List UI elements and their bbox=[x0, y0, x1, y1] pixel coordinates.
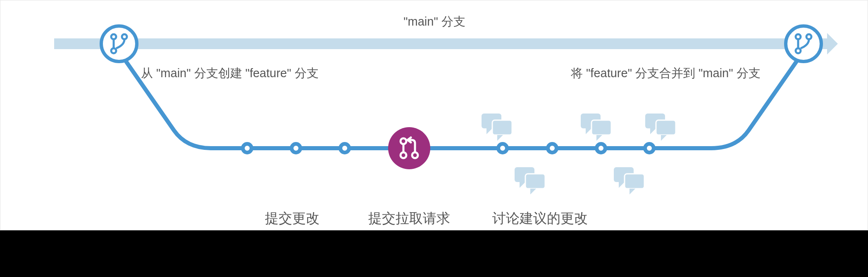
commit-changes-label: 提交更改 bbox=[265, 209, 320, 228]
comment-bubbles-icon bbox=[513, 166, 547, 194]
submit-pr-label: 提交拉取请求 bbox=[368, 209, 450, 228]
comment-bubbles-icon bbox=[612, 166, 646, 194]
svg-rect-18 bbox=[625, 174, 644, 189]
comment-bubbles-icon bbox=[579, 112, 613, 141]
commit-dot bbox=[241, 142, 253, 154]
commit-dot bbox=[496, 142, 509, 154]
branch-merge-icon bbox=[784, 24, 823, 63]
gitflow-diagram: "main" 分支 从 "main" 分支创建 "feature" 分支 将 "… bbox=[0, 0, 868, 230]
svg-point-3 bbox=[796, 34, 801, 39]
commit-dot bbox=[339, 142, 351, 154]
commit-dot bbox=[643, 142, 656, 154]
svg-point-5 bbox=[796, 48, 801, 53]
svg-rect-12 bbox=[591, 120, 611, 135]
discuss-changes-label: 讨论建议的更改 bbox=[492, 209, 588, 228]
svg-point-8 bbox=[412, 152, 418, 158]
commit-dot bbox=[546, 142, 558, 154]
commit-dot bbox=[290, 142, 302, 154]
comment-bubbles-icon bbox=[644, 112, 677, 141]
branch-start-icon bbox=[100, 24, 138, 63]
commit-dot bbox=[595, 142, 607, 154]
svg-point-1 bbox=[122, 34, 127, 39]
svg-point-0 bbox=[111, 34, 116, 39]
svg-point-4 bbox=[806, 34, 811, 39]
merge-feature-label: 将 "feature" 分支合并到 "main" 分支 bbox=[571, 65, 761, 82]
create-feature-label: 从 "main" 分支创建 "feature" 分支 bbox=[141, 65, 319, 82]
svg-rect-10 bbox=[492, 120, 512, 135]
svg-rect-16 bbox=[525, 174, 545, 189]
pull-request-icon bbox=[388, 127, 430, 169]
svg-point-7 bbox=[401, 152, 406, 158]
svg-rect-14 bbox=[656, 120, 676, 135]
svg-point-6 bbox=[401, 138, 406, 144]
svg-point-2 bbox=[111, 48, 116, 53]
comment-bubbles-icon bbox=[480, 112, 514, 141]
